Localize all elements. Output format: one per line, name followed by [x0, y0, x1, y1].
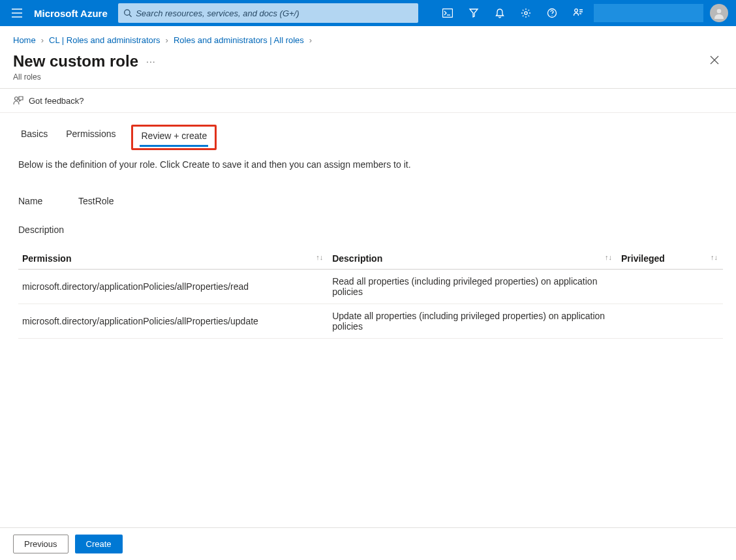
- name-value: TestRole: [78, 196, 114, 206]
- brand-label[interactable]: Microsoft Azure: [30, 8, 118, 19]
- help-icon[interactable]: [539, 0, 565, 26]
- settings-icon[interactable]: [513, 0, 539, 26]
- search-container: [118, 3, 418, 23]
- tabs: Basics Permissions Review + create: [0, 113, 736, 150]
- breadcrumb-item-2[interactable]: Roles and administrators | All roles: [174, 35, 304, 45]
- top-bar: Microsoft Azure: [0, 0, 736, 26]
- search-icon: [123, 8, 132, 18]
- permissions-table-wrap: Permission ↑↓ Description ↑↓ Privileged …: [0, 236, 736, 339]
- title-row: New custom role ···: [0, 49, 736, 71]
- col-description[interactable]: Description ↑↓: [328, 248, 617, 270]
- col-privileged[interactable]: Privileged ↑↓: [617, 248, 723, 270]
- svg-point-14: [15, 97, 18, 101]
- close-blade-button[interactable]: [706, 52, 723, 71]
- breadcrumb-item-1[interactable]: CL | Roles and administrators: [49, 35, 161, 45]
- helper-text: Below is the definition of your role. Cl…: [0, 150, 736, 174]
- svg-point-11: [717, 9, 722, 14]
- svg-point-9: [551, 15, 552, 16]
- tab-basics[interactable]: Basics: [18, 125, 50, 144]
- directory-filter-icon[interactable]: [461, 0, 487, 26]
- user-avatar[interactable]: [710, 4, 728, 22]
- svg-point-7: [525, 12, 527, 14]
- col-permission[interactable]: Permission ↑↓: [18, 248, 328, 270]
- description-row: Description: [0, 208, 736, 236]
- page-subtitle: All roles: [0, 71, 736, 88]
- chevron-right-icon: ›: [166, 35, 168, 45]
- feedback-label: Got feedback?: [29, 96, 84, 106]
- table-row[interactable]: microsoft.directory/applicationPolicies/…: [18, 304, 723, 339]
- chevron-right-icon: ›: [309, 35, 312, 45]
- cloud-shell-icon[interactable]: [435, 0, 461, 26]
- notifications-icon[interactable]: [487, 0, 513, 26]
- chevron-right-icon: ›: [41, 35, 44, 45]
- sort-icon[interactable]: ↑↓: [316, 253, 323, 261]
- svg-point-3: [124, 10, 129, 15]
- feedback-top-icon[interactable]: [565, 0, 591, 26]
- cell-privileged: [617, 304, 723, 339]
- svg-rect-5: [443, 9, 453, 18]
- breadcrumb: Home › CL | Roles and administrators › R…: [0, 26, 736, 49]
- search-input[interactable]: [136, 8, 413, 18]
- cell-description: Read all properties (including privilege…: [328, 270, 617, 304]
- description-label: Description: [18, 225, 78, 235]
- tab-review-create-highlight: Review + create: [131, 125, 217, 150]
- person-feedback-icon: [13, 95, 23, 106]
- search-box[interactable]: [118, 3, 418, 23]
- sort-icon[interactable]: ↑↓: [711, 253, 718, 261]
- cell-permission: microsoft.directory/applicationPolicies/…: [18, 304, 328, 339]
- page-title: New custom role: [13, 52, 138, 70]
- cell-privileged: [617, 270, 723, 304]
- create-button[interactable]: Create: [75, 535, 123, 553]
- hamburger-menu-icon[interactable]: [4, 0, 30, 26]
- table-row[interactable]: microsoft.directory/applicationPolicies/…: [18, 270, 723, 304]
- previous-button[interactable]: Previous: [13, 535, 69, 553]
- account-placeholder[interactable]: [594, 4, 703, 22]
- feedback-link[interactable]: Got feedback?: [0, 89, 736, 113]
- more-actions-icon[interactable]: ···: [146, 56, 156, 67]
- footer-bar: Previous Create: [0, 527, 736, 560]
- name-row: Name TestRole: [0, 174, 736, 208]
- sort-icon[interactable]: ↑↓: [605, 253, 612, 261]
- breadcrumb-home[interactable]: Home: [13, 35, 36, 45]
- cell-permission: microsoft.directory/applicationPolicies/…: [18, 270, 328, 304]
- tab-permissions[interactable]: Permissions: [63, 125, 118, 144]
- svg-line-4: [129, 15, 131, 17]
- permissions-table: Permission ↑↓ Description ↑↓ Privileged …: [18, 248, 723, 339]
- cell-description: Update all properties (including privile…: [328, 304, 617, 339]
- svg-point-10: [575, 9, 578, 12]
- tab-review-create[interactable]: Review + create: [140, 129, 208, 147]
- name-label: Name: [18, 196, 78, 206]
